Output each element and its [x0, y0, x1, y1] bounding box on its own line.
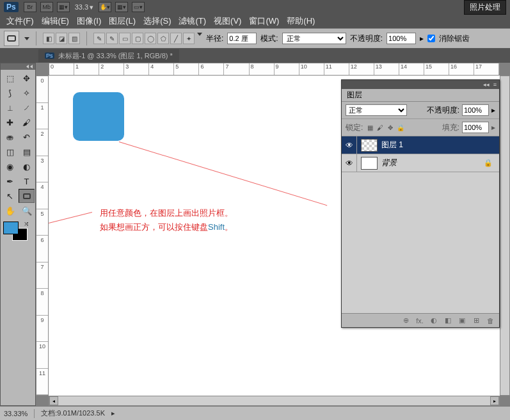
menu-window[interactable]: 窗口(W)	[249, 15, 279, 27]
psd-badge: Ps	[45, 52, 54, 59]
hand-icon[interactable]: ✋▾	[99, 2, 111, 12]
horizontal-ruler[interactable]: 01234567891011121314151617	[49, 63, 500, 76]
layer-item[interactable]: 👁 图层 1	[342, 136, 499, 154]
hand-tool[interactable]: ✋	[2, 204, 18, 218]
lasso-tool[interactable]: ⟆	[2, 86, 18, 100]
menu-edit[interactable]: 编辑(E)	[42, 15, 69, 27]
arrange-icon[interactable]: ▦▾	[115, 2, 128, 12]
panel-collapse-button[interactable]	[1, 63, 35, 70]
path-select-tool[interactable]: ↖	[2, 189, 18, 203]
current-tool-preset[interactable]	[4, 31, 19, 46]
minibridge-button[interactable]: Mb	[40, 2, 53, 12]
freeform-pen-icon[interactable]: ✎	[106, 33, 118, 44]
brush-tool[interactable]: 🖌	[19, 115, 35, 129]
custom-shape-icon[interactable]: ✦	[183, 33, 195, 44]
vertical-scrollbar[interactable]	[500, 76, 510, 396]
paths-button[interactable]: ◪	[56, 33, 67, 44]
vertical-ruler[interactable]: 01234567891011	[36, 76, 49, 396]
type-tool[interactable]: T	[19, 174, 35, 188]
annotation-line	[49, 212, 92, 223]
layer-thumbnail[interactable]	[361, 139, 378, 152]
view-icon[interactable]: ▭▾	[132, 2, 145, 12]
blur-tool[interactable]: ◉	[2, 159, 18, 174]
info-arrow-icon[interactable]: ▸	[111, 409, 115, 417]
layer-opacity-input[interactable]	[462, 104, 489, 116]
pen-tool[interactable]: ✒	[2, 174, 18, 188]
lock-image-icon[interactable]: 🖌	[376, 123, 385, 132]
opacity-arrow-icon[interactable]: ▸	[491, 106, 495, 115]
layer-name[interactable]: 图层 1	[381, 140, 403, 150]
eraser-tool[interactable]: ◫	[2, 145, 18, 159]
fill-input[interactable]	[462, 122, 489, 133]
menu-filter[interactable]: 滤镜(T)	[179, 15, 206, 27]
polygon-icon[interactable]: ⬠	[157, 33, 169, 44]
visibility-icon[interactable]: 👁	[342, 154, 357, 172]
visibility-icon[interactable]: 👁	[342, 136, 357, 154]
fill-pixels-button[interactable]: ▧	[68, 33, 80, 44]
document-tab[interactable]: Ps 未标题-1 @ 33.3% (图层 1, RGB/8) *	[38, 49, 179, 62]
delete-layer-icon[interactable]: 🗑	[485, 317, 495, 325]
clone-stamp-tool[interactable]: ⛂	[2, 130, 18, 144]
zoom-tool[interactable]: 🔍	[19, 204, 35, 218]
tool-preset-dropdown[interactable]	[24, 37, 29, 40]
menu-view[interactable]: 视图(V)	[214, 15, 241, 27]
adjustment-layer-icon[interactable]: ◧	[443, 316, 453, 325]
history-brush-tool[interactable]: ↶	[19, 130, 35, 144]
magic-wand-tool[interactable]: ✧	[19, 86, 35, 100]
layer-item[interactable]: 👁 背景 🔒	[342, 154, 499, 172]
move-tool[interactable]: ✥	[19, 71, 35, 85]
workspace-switcher[interactable]: 照片处理	[464, 0, 506, 15]
screen-mode-button[interactable]: ▦▾	[57, 2, 70, 12]
bridge-button[interactable]: Br	[24, 2, 36, 12]
swap-colors-icon[interactable]: ⤭	[24, 220, 29, 227]
shape-layers-button[interactable]: ◧	[43, 33, 54, 44]
crop-tool[interactable]: ⟂	[2, 101, 18, 115]
menu-layer[interactable]: 图层(L)	[109, 15, 136, 27]
fill-arrow-icon[interactable]: ▸	[491, 123, 495, 132]
lock-transparency-icon[interactable]: ▦	[365, 123, 374, 132]
scroll-left-button[interactable]: ◂	[49, 396, 58, 405]
gradient-tool[interactable]: ▤	[19, 145, 35, 159]
zoom-status[interactable]: 33.33%	[4, 410, 28, 417]
menu-image[interactable]: 图像(I)	[77, 15, 101, 27]
horizontal-scrollbar[interactable]: ◂ ▸	[49, 396, 500, 406]
rounded-rect-icon[interactable]: ▢	[132, 33, 143, 44]
rounded-rectangle-tool[interactable]	[19, 189, 35, 203]
blend-mode-select[interactable]: 正常	[282, 33, 346, 44]
ellipse-icon[interactable]: ◯	[145, 33, 156, 44]
shape-options-dropdown[interactable]	[197, 33, 202, 36]
line-icon[interactable]: ╱	[170, 33, 182, 44]
layer-mask-icon[interactable]: ◐	[429, 316, 439, 325]
opacity-arrow-icon[interactable]: ▸	[420, 34, 424, 43]
app-logo: Ps	[4, 2, 19, 12]
dodge-tool[interactable]: ◐	[19, 159, 35, 174]
rect-icon[interactable]: ▭	[119, 33, 131, 44]
marquee-tool[interactable]: ⬚	[2, 71, 18, 85]
menu-help[interactable]: 帮助(H)	[287, 15, 315, 27]
zoom-level[interactable]: 33.3 ▾	[75, 3, 93, 12]
link-layers-icon[interactable]: ⊕	[401, 316, 411, 325]
lock-position-icon[interactable]: ✥	[386, 123, 395, 132]
scroll-right-button[interactable]: ▸	[490, 396, 499, 405]
menu-bar: 文件(F) 编辑(E) 图像(I) 图层(L) 选择(S) 滤镜(T) 视图(V…	[0, 14, 510, 28]
panel-header[interactable]: ◂◂≡	[342, 80, 499, 89]
layer-thumbnail[interactable]	[361, 157, 378, 170]
group-icon[interactable]: ▣	[457, 316, 467, 325]
new-layer-icon[interactable]: ⊞	[471, 316, 481, 325]
menu-select[interactable]: 选择(S)	[143, 15, 171, 27]
opacity-input[interactable]	[386, 33, 416, 44]
pen-icon[interactable]: ✎	[93, 33, 105, 44]
layers-tab[interactable]: 图层	[342, 89, 499, 102]
lock-all-icon[interactable]: 🔒	[396, 123, 405, 132]
eyedropper-tool[interactable]: ⟋	[19, 101, 35, 115]
healing-brush-tool[interactable]: ✚	[2, 115, 18, 129]
layer-blend-select[interactable]: 正常	[346, 104, 407, 116]
menu-file[interactable]: 文件(F)	[6, 15, 34, 27]
drawn-shape[interactable]	[73, 92, 124, 141]
layer-style-icon[interactable]: fx.	[415, 317, 425, 325]
radius-input[interactable]	[227, 33, 257, 44]
document-info[interactable]: 文档:9.01M/1023.5K	[41, 408, 105, 418]
layer-name[interactable]: 背景	[381, 158, 397, 168]
antialias-checkbox[interactable]	[427, 35, 435, 42]
foreground-color[interactable]	[3, 222, 19, 234]
